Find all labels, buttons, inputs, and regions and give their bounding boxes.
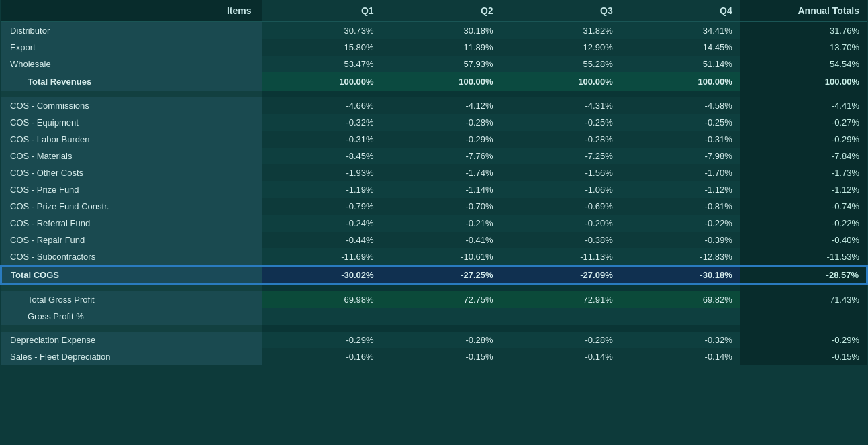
annual-sales-fleet-depreciation: -0.15% xyxy=(740,348,867,365)
label-total-cogs: Total COGS xyxy=(1,266,262,284)
header-q2: Q2 xyxy=(382,0,501,22)
q3-cos-materials: -7.25% xyxy=(501,148,621,164)
q3-cos-prize-fund: -1.06% xyxy=(501,181,621,198)
q4-cos-referral-fund: -0.22% xyxy=(621,215,740,232)
annual-distributor: 31.76% xyxy=(740,22,867,40)
annual-cos-materials: -7.84% xyxy=(740,148,867,164)
q1-depreciation-expense: -0.29% xyxy=(262,332,382,348)
table-row-cos-equipment: COS - Equipment-0.32%-0.28%-0.25%-0.25%-… xyxy=(1,114,867,131)
q2-cos-subcontractors: -10.61% xyxy=(382,248,501,266)
q4-depreciation-expense: -0.32% xyxy=(621,332,740,348)
q2-total-gross-profit: 72.75% xyxy=(382,291,501,308)
q1-cos-equipment: -0.32% xyxy=(262,114,382,131)
q2-wholesale: 57.93% xyxy=(382,56,501,72)
q1-total-revenues: 100.00% xyxy=(262,72,382,91)
table-row-sales-fleet-depreciation: Sales - Fleet Depreciation-0.16%-0.15%-0… xyxy=(1,348,867,365)
q3-gross-profit-pct xyxy=(501,308,621,325)
q3-cos-prize-fund-constr: -0.69% xyxy=(501,198,621,215)
q3-total-gross-profit: 72.91% xyxy=(501,291,621,308)
q2-cos-equipment: -0.28% xyxy=(382,114,501,131)
q2-cos-labor-burden: -0.29% xyxy=(382,131,501,148)
table-row-total-revenues: Total Revenues100.00%100.00%100.00%100.0… xyxy=(1,72,867,91)
label-cos-prize-fund-constr: COS - Prize Fund Constr. xyxy=(1,198,262,215)
q3-cos-commissions: -4.31% xyxy=(501,97,621,114)
label-cos-prize-fund: COS - Prize Fund xyxy=(1,181,262,198)
q4-total-cogs: -30.18% xyxy=(621,266,740,284)
table-row-cos-commissions: COS - Commissions-4.66%-4.12%-4.31%-4.58… xyxy=(1,97,867,114)
table-row-total-gross-profit: Total Gross Profit69.98%72.75%72.91%69.8… xyxy=(1,291,867,308)
spacer-row xyxy=(1,284,867,291)
q4-cos-commissions: -4.58% xyxy=(621,97,740,114)
q2-gross-profit-pct xyxy=(382,308,501,325)
annual-cos-commissions: -4.41% xyxy=(740,97,867,114)
label-distributor: Distributor xyxy=(1,22,262,40)
table-row-cos-prize-fund: COS - Prize Fund-1.19%-1.14%-1.06%-1.12%… xyxy=(1,181,867,198)
q4-cos-other-costs: -1.70% xyxy=(621,164,740,181)
q2-export: 11.89% xyxy=(382,39,501,56)
q4-sales-fleet-depreciation: -0.14% xyxy=(621,348,740,365)
label-cos-other-costs: COS - Other Costs xyxy=(1,164,262,181)
q3-distributor: 31.82% xyxy=(501,22,621,40)
spacer-row xyxy=(1,325,867,332)
q3-total-cogs: -27.09% xyxy=(501,266,621,284)
table-row-export: Export15.80%11.89%12.90%14.45%13.70% xyxy=(1,39,867,56)
table-row-total-cogs: Total COGS-30.02%-27.25%-27.09%-30.18%-2… xyxy=(1,266,867,284)
annual-cos-prize-fund: -1.12% xyxy=(740,181,867,198)
q2-cos-repair-fund: -0.41% xyxy=(382,232,501,248)
header-q4: Q4 xyxy=(621,0,740,22)
q4-total-revenues: 100.00% xyxy=(621,72,740,91)
table-row-distributor: Distributor30.73%30.18%31.82%34.41%31.76… xyxy=(1,22,867,40)
q2-cos-referral-fund: -0.21% xyxy=(382,215,501,232)
q3-cos-repair-fund: -0.38% xyxy=(501,232,621,248)
spacer-row xyxy=(1,91,867,97)
annual-total-revenues: 100.00% xyxy=(740,72,867,91)
q4-total-gross-profit: 69.82% xyxy=(621,291,740,308)
q1-cos-subcontractors: -11.69% xyxy=(262,248,382,266)
label-cos-materials: COS - Materials xyxy=(1,148,262,164)
header-q1: Q1 xyxy=(262,0,382,22)
table-row-cos-other-costs: COS - Other Costs-1.93%-1.74%-1.56%-1.70… xyxy=(1,164,867,181)
q2-cos-commissions: -4.12% xyxy=(382,97,501,114)
annual-wholesale: 54.54% xyxy=(740,56,867,72)
annual-cos-labor-burden: -0.29% xyxy=(740,131,867,148)
q3-cos-subcontractors: -11.13% xyxy=(501,248,621,266)
annual-cos-referral-fund: -0.22% xyxy=(740,215,867,232)
q4-cos-materials: -7.98% xyxy=(621,148,740,164)
annual-cos-repair-fund: -0.40% xyxy=(740,232,867,248)
label-export: Export xyxy=(1,39,262,56)
annual-cos-other-costs: -1.73% xyxy=(740,164,867,181)
q2-depreciation-expense: -0.28% xyxy=(382,332,501,348)
label-sales-fleet-depreciation: Sales - Fleet Depreciation xyxy=(1,348,262,365)
q4-cos-prize-fund: -1.12% xyxy=(621,181,740,198)
table-row-cos-materials: COS - Materials-8.45%-7.76%-7.25%-7.98%-… xyxy=(1,148,867,164)
q1-cos-other-costs: -1.93% xyxy=(262,164,382,181)
annual-cos-equipment: -0.27% xyxy=(740,114,867,131)
q4-distributor: 34.41% xyxy=(621,22,740,40)
q1-sales-fleet-depreciation: -0.16% xyxy=(262,348,382,365)
table-row-depreciation-expense: Depreciation Expense-0.29%-0.28%-0.28%-0… xyxy=(1,332,867,348)
q3-cos-labor-burden: -0.28% xyxy=(501,131,621,148)
q1-cos-commissions: -4.66% xyxy=(262,97,382,114)
annual-gross-profit-pct xyxy=(740,308,867,325)
q1-gross-profit-pct xyxy=(262,308,382,325)
header-annual: Annual Totals xyxy=(740,0,867,22)
q1-total-gross-profit: 69.98% xyxy=(262,291,382,308)
q3-cos-equipment: -0.25% xyxy=(501,114,621,131)
q1-cos-prize-fund-constr: -0.79% xyxy=(262,198,382,215)
label-cos-repair-fund: COS - Repair Fund xyxy=(1,232,262,248)
label-cos-subcontractors: COS - Subcontractors xyxy=(1,248,262,266)
q1-wholesale: 53.47% xyxy=(262,56,382,72)
table-row-cos-subcontractors: COS - Subcontractors-11.69%-10.61%-11.13… xyxy=(1,248,867,266)
table-row-cos-referral-fund: COS - Referral Fund-0.24%-0.21%-0.20%-0.… xyxy=(1,215,867,232)
label-wholesale: Wholesale xyxy=(1,56,262,72)
q4-cos-equipment: -0.25% xyxy=(621,114,740,131)
q1-cos-labor-burden: -0.31% xyxy=(262,131,382,148)
header-q3: Q3 xyxy=(501,0,621,22)
table-row-gross-profit-pct: Gross Profit % xyxy=(1,308,867,325)
q1-cos-prize-fund: -1.19% xyxy=(262,181,382,198)
q4-cos-subcontractors: -12.83% xyxy=(621,248,740,266)
annual-export: 13.70% xyxy=(740,39,867,56)
table-row-cos-repair-fund: COS - Repair Fund-0.44%-0.41%-0.38%-0.39… xyxy=(1,232,867,248)
label-total-revenues: Total Revenues xyxy=(1,72,262,91)
table-row-wholesale: Wholesale53.47%57.93%55.28%51.14%54.54% xyxy=(1,56,867,72)
